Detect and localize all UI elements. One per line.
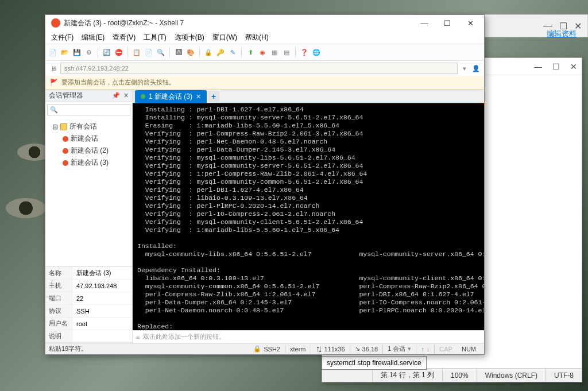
colors-icon[interactable]: 🎨 bbox=[185, 47, 196, 57]
menu-window[interactable]: 窗口(W) bbox=[209, 32, 241, 44]
tree-session[interactable]: 新建会话 (3) bbox=[45, 157, 132, 169]
status-cursor: 36,18 bbox=[362, 346, 378, 353]
script-icon[interactable]: ▦ bbox=[269, 47, 280, 57]
minimize-button[interactable]: — bbox=[413, 15, 436, 31]
tab-bar: 1 新建会话 (3) ✕ + bbox=[133, 90, 484, 103]
prop-name: 新建会话 (3) bbox=[73, 267, 132, 280]
titlebar[interactable]: 新建会话 (3) - root@iZxknZ:~ - Xshell 7 — ☐ … bbox=[45, 15, 484, 31]
window-title: 新建会话 (3) - root@iZxknZ:~ - Xshell 7 bbox=[64, 18, 413, 28]
quick-button-bar[interactable]: ≡ 双击此处添加一个新的按钮。 bbox=[133, 330, 484, 343]
tree-session[interactable]: 新建会话 bbox=[45, 133, 132, 145]
upload-icon: ↑ bbox=[421, 346, 424, 353]
status-message: 粘贴19字符。 bbox=[49, 344, 87, 353]
session-icon bbox=[63, 148, 68, 154]
session-manager-panel: 会话管理器 📌 ✕ ⊟所有会话 新建会话 新建会话 (2) 新建会话 (3) 名… bbox=[45, 90, 133, 343]
menu-tabs[interactable]: 选项卡(B) bbox=[171, 32, 208, 44]
dropdown-icon[interactable]: ▾ bbox=[460, 64, 469, 73]
reconnect-icon[interactable]: 🔄 bbox=[102, 47, 112, 57]
session-icon bbox=[63, 136, 68, 142]
folder-icon bbox=[60, 123, 67, 130]
size-icon: ⮁ bbox=[316, 346, 322, 353]
lock-icon: 🔒 bbox=[253, 345, 261, 353]
cursor-icon: ↘ bbox=[355, 345, 360, 353]
properties-icon[interactable]: ⚙ bbox=[84, 47, 94, 57]
new-session-icon[interactable]: 📄 bbox=[48, 47, 58, 57]
swirl-icon[interactable]: ◉ bbox=[257, 47, 268, 57]
app-icon bbox=[51, 18, 60, 28]
font-icon[interactable]: 🅰 bbox=[173, 47, 184, 57]
prop-desc bbox=[73, 330, 132, 343]
status-num: NUM bbox=[457, 346, 481, 353]
session-tree: ⊟所有会话 新建会话 新建会话 (2) 新建会话 (3) bbox=[45, 117, 132, 266]
hamburger-icon[interactable]: ≡ bbox=[136, 334, 140, 340]
status-cap: CAP bbox=[435, 346, 457, 353]
statusbar: 粘贴19字符。 🔒SSH2 xterm ⮁111x36 ↘36,18 1 会话▾… bbox=[45, 343, 484, 354]
download-icon: ↓ bbox=[427, 346, 430, 353]
menu-edit[interactable]: 编辑(E) bbox=[78, 32, 108, 44]
info-bar: 🚩 要添加当前会话，点击左侧的箭头按钮。 bbox=[45, 76, 484, 90]
encoding: UTF-8 bbox=[546, 369, 582, 382]
cursor-position: 第 14 行，第 1 列 bbox=[372, 369, 442, 382]
menu-view[interactable]: 查看(V) bbox=[109, 32, 139, 44]
address-bar: 🖥 ▾ 👤 bbox=[45, 61, 484, 76]
prop-protocol: SSH bbox=[73, 305, 132, 318]
find-icon[interactable]: 🔍 bbox=[156, 47, 166, 57]
status-term: xterm bbox=[285, 346, 311, 353]
host-icon: 🖥 bbox=[49, 64, 58, 73]
flag-icon: 🚩 bbox=[50, 79, 58, 86]
lock-icon[interactable]: 🔒 bbox=[203, 47, 214, 57]
globe-icon[interactable]: 🌐 bbox=[311, 47, 322, 57]
people-icon[interactable]: 👤 bbox=[471, 64, 481, 73]
tree-session[interactable]: 新建会话 (2) bbox=[45, 145, 132, 157]
pin-icon[interactable]: 📌 bbox=[112, 92, 120, 99]
save-icon[interactable]: 💾 bbox=[72, 47, 82, 57]
close-button[interactable]: ✕ bbox=[459, 15, 482, 31]
close-panel-icon[interactable]: ✕ bbox=[123, 92, 129, 99]
help-icon[interactable]: ❓ bbox=[299, 47, 310, 57]
status-sessions: 1 会话 bbox=[388, 344, 405, 353]
menu-file[interactable]: 文件(F) bbox=[48, 32, 77, 44]
close-icon[interactable]: ✕ bbox=[570, 62, 577, 71]
disconnect-icon[interactable]: ⛔ bbox=[114, 47, 124, 57]
edit-profile-link[interactable]: 编辑资料 bbox=[547, 29, 577, 39]
address-input[interactable] bbox=[60, 63, 458, 74]
session-search-input[interactable] bbox=[47, 104, 130, 115]
session-properties: 名称新建会话 (3) 主机47.92.193.248 端口22 协议SSH 用户… bbox=[45, 266, 132, 343]
panel-title: 会话管理器 bbox=[49, 91, 83, 100]
wallpaper-detail bbox=[6, 198, 46, 218]
xshell-window: 新建会话 (3) - root@iZxknZ:~ - Xshell 7 — ☐ … bbox=[45, 14, 485, 355]
menubar: 文件(F) 编辑(E) 查看(V) 工具(T) 选项卡(B) 窗口(W) 帮助(… bbox=[45, 31, 484, 44]
notepad-visible-line: systemctl stop firewalld.service bbox=[322, 356, 427, 370]
maximize-icon[interactable]: ☐ bbox=[552, 62, 560, 71]
line-endings: Windows (CRLF) bbox=[477, 369, 546, 382]
copy-icon[interactable]: 📋 bbox=[131, 47, 142, 57]
zoom-level: 100% bbox=[442, 369, 477, 382]
terminal-output[interactable]: Installing : perl-DBI-1.627-4.el7.x86_64… bbox=[133, 103, 484, 330]
menu-tools[interactable]: 工具(T) bbox=[140, 32, 169, 44]
menu-help[interactable]: 帮助(H) bbox=[242, 32, 272, 44]
tab-label: 1 新建会话 (3) bbox=[149, 92, 192, 102]
session-icon bbox=[63, 160, 68, 166]
prop-host: 47.92.193.248 bbox=[73, 280, 132, 292]
tree-root[interactable]: ⊟所有会话 bbox=[45, 121, 132, 133]
key-icon[interactable]: 🔑 bbox=[215, 47, 226, 57]
tab-active[interactable]: 1 新建会话 (3) ✕ bbox=[135, 90, 207, 103]
add-tab-button[interactable]: + bbox=[208, 91, 219, 102]
open-icon[interactable]: 📂 bbox=[60, 47, 70, 57]
tab-close-icon[interactable]: ✕ bbox=[196, 93, 201, 100]
xftp-icon[interactable]: ⬆ bbox=[245, 47, 256, 57]
prop-port: 22 bbox=[73, 292, 132, 305]
toolbar: 📄 📂 💾 ⚙ 🔄 ⛔ 📋 📄 🔍 🅰 🎨 🔒 🔑 ✎ ⬆ ◉ ▦ ▤ ❓ 🌐 bbox=[45, 44, 484, 61]
status-protocol: SSH2 bbox=[264, 346, 280, 353]
paste-icon[interactable]: 📄 bbox=[144, 47, 154, 57]
prop-user: root bbox=[73, 318, 132, 330]
maximize-button[interactable]: ☐ bbox=[436, 15, 459, 31]
compose-icon[interactable]: ▤ bbox=[281, 47, 292, 57]
connected-icon bbox=[141, 94, 145, 99]
info-text: 要添加当前会话，点击左侧的箭头按钮。 bbox=[61, 78, 175, 87]
edit-icon[interactable]: ✎ bbox=[227, 47, 238, 57]
status-size: 111x36 bbox=[324, 346, 345, 353]
minimize-icon[interactable]: — bbox=[534, 62, 542, 71]
notepad-statusbar: 第 14 行，第 1 列 100% Windows (CRLF) UTF-8 bbox=[322, 368, 582, 382]
